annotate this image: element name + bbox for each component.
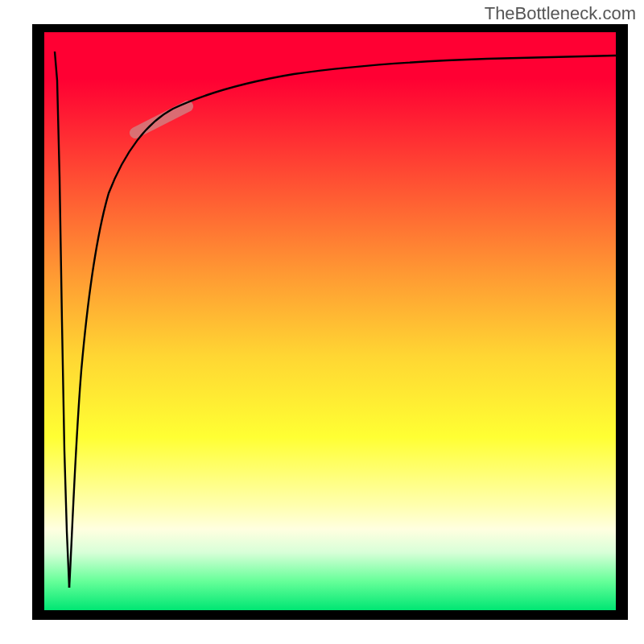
attribution-text: TheBottleneck.com [485, 3, 636, 24]
highlight-segment [135, 106, 188, 133]
chart-container: TheBottleneck.com [0, 0, 644, 644]
plot-svg [44, 32, 616, 610]
curve-right-branch [69, 56, 616, 588]
curve-left-branch [55, 52, 69, 588]
plot-frame [32, 24, 628, 620]
